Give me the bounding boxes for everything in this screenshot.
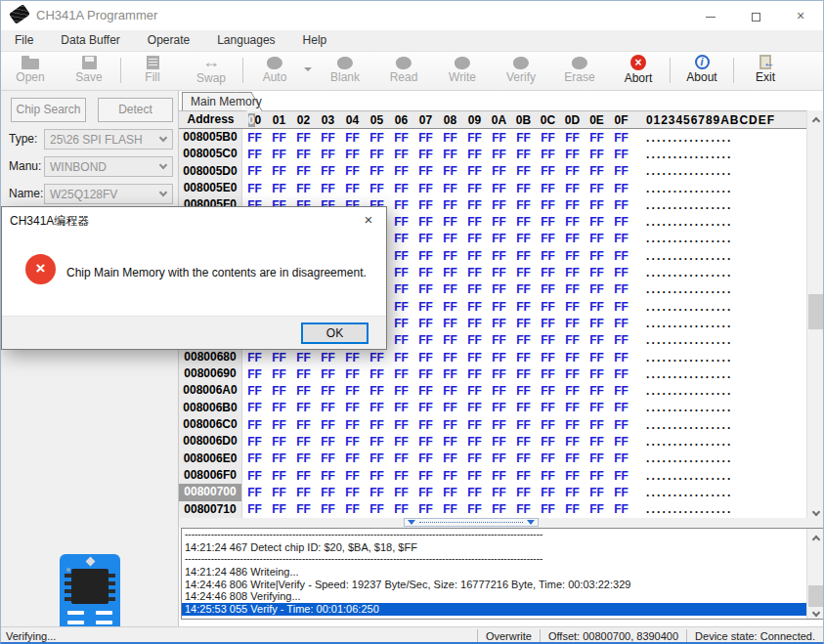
byte-cell[interactable]: FF bbox=[511, 469, 536, 483]
ok-button[interactable]: OK bbox=[301, 322, 369, 344]
byte-cell[interactable]: FF bbox=[585, 502, 609, 516]
byte-cell[interactable]: FF bbox=[511, 351, 536, 365]
byte-cell[interactable]: FF bbox=[536, 317, 560, 330]
hex-row[interactable]: 008006F0FFFFFFFFFFFFFFFFFFFFFFFFFFFFFFFF… bbox=[179, 467, 808, 484]
menu-item-data-buffer[interactable]: Data Buffer bbox=[47, 30, 133, 47]
byte-cell[interactable]: FF bbox=[413, 182, 438, 195]
menu-item-languages[interactable]: Languages bbox=[203, 30, 288, 47]
byte-cell[interactable]: FF bbox=[536, 131, 560, 145]
byte-cell[interactable]: FF bbox=[438, 317, 462, 330]
byte-cell[interactable]: FF bbox=[438, 401, 462, 414]
byte-cell[interactable]: FF bbox=[609, 249, 633, 263]
byte-cell[interactable]: FF bbox=[365, 486, 389, 499]
byte-cell[interactable]: FF bbox=[560, 215, 585, 229]
byte-cell[interactable]: FF bbox=[413, 435, 438, 449]
byte-cell[interactable]: FF bbox=[242, 451, 267, 465]
byte-cell[interactable]: FF bbox=[487, 131, 511, 145]
byte-cell[interactable]: FF bbox=[462, 300, 487, 314]
byte-cell[interactable]: FF bbox=[438, 418, 462, 432]
byte-cell[interactable]: FF bbox=[585, 367, 609, 381]
byte-cell[interactable]: FF bbox=[340, 148, 365, 161]
abort-button[interactable]: ×Abort bbox=[609, 52, 668, 89]
address-cell[interactable]: 008006E0 bbox=[179, 451, 242, 467]
byte-cell[interactable]: FF bbox=[560, 148, 585, 161]
byte-cell[interactable]: FF bbox=[609, 401, 633, 414]
byte-cell[interactable]: FF bbox=[316, 367, 340, 381]
byte-cell[interactable]: FF bbox=[609, 232, 633, 245]
byte-cell[interactable]: FF bbox=[242, 435, 267, 449]
byte-cell[interactable]: FF bbox=[585, 317, 609, 330]
fill-button[interactable]: Fill bbox=[123, 52, 182, 89]
byte-cell[interactable]: FF bbox=[560, 367, 585, 381]
byte-cell[interactable]: FF bbox=[438, 131, 462, 145]
minimize-button[interactable] bbox=[688, 1, 733, 30]
byte-cell[interactable]: FF bbox=[609, 300, 633, 314]
byte-cell[interactable]: FF bbox=[413, 502, 438, 516]
byte-cell[interactable]: FF bbox=[560, 282, 585, 296]
byte-cell[interactable]: FF bbox=[413, 451, 438, 465]
byte-cell[interactable]: FF bbox=[389, 502, 413, 516]
byte-cell[interactable]: FF bbox=[609, 282, 633, 296]
byte-cell[interactable]: FF bbox=[536, 333, 560, 347]
byte-cell[interactable]: FF bbox=[267, 486, 291, 499]
byte-cell[interactable]: FF bbox=[365, 182, 389, 195]
byte-cell[interactable]: FF bbox=[462, 215, 487, 229]
scroll-up-icon[interactable] bbox=[807, 110, 824, 127]
byte-cell[interactable]: FF bbox=[560, 317, 585, 330]
byte-cell[interactable]: FF bbox=[340, 435, 365, 449]
byte-cell[interactable]: FF bbox=[462, 486, 487, 499]
ascii-cell[interactable]: ................ bbox=[646, 333, 795, 347]
close-button[interactable]: × bbox=[778, 1, 823, 30]
byte-cell[interactable]: FF bbox=[462, 351, 487, 365]
byte-cell[interactable]: FF bbox=[316, 351, 340, 365]
byte-cell[interactable]: FF bbox=[242, 418, 267, 432]
address-cell[interactable]: 008006D0 bbox=[179, 433, 242, 450]
byte-cell[interactable]: FF bbox=[438, 215, 462, 229]
byte-cell[interactable]: FF bbox=[242, 164, 267, 178]
byte-cell[interactable]: FF bbox=[487, 351, 511, 365]
byte-cell[interactable]: FF bbox=[462, 418, 487, 432]
byte-cell[interactable]: FF bbox=[267, 148, 291, 161]
field-select-name[interactable]: W25Q128FV bbox=[44, 184, 173, 204]
byte-cell[interactable]: FF bbox=[487, 215, 511, 229]
byte-cell[interactable]: FF bbox=[585, 232, 609, 245]
hex-row[interactable]: 008006C0FFFFFFFFFFFFFFFFFFFFFFFFFFFFFFFF… bbox=[179, 416, 808, 433]
byte-cell[interactable]: FF bbox=[242, 182, 267, 195]
byte-cell[interactable]: FF bbox=[560, 131, 585, 145]
ascii-cell[interactable]: ................ bbox=[646, 435, 795, 449]
byte-cell[interactable]: FF bbox=[340, 418, 365, 432]
address-cell[interactable]: 008006C0 bbox=[179, 416, 242, 433]
byte-cell[interactable]: FF bbox=[291, 486, 316, 499]
hex-row[interactable]: 008005B0FFFFFFFFFFFFFFFFFFFFFFFFFFFFFFFF… bbox=[179, 129, 808, 146]
byte-cell[interactable]: FF bbox=[389, 266, 413, 279]
byte-cell[interactable]: FF bbox=[365, 148, 389, 161]
byte-cell[interactable]: FF bbox=[560, 451, 585, 465]
byte-cell[interactable]: FF bbox=[413, 367, 438, 381]
byte-cell[interactable]: FF bbox=[560, 418, 585, 432]
ascii-cell[interactable]: ................ bbox=[646, 367, 795, 381]
byte-cell[interactable]: FF bbox=[365, 401, 389, 414]
byte-cell[interactable]: FF bbox=[585, 333, 609, 347]
byte-cell[interactable]: FF bbox=[511, 182, 536, 195]
byte-cell[interactable]: FF bbox=[291, 451, 316, 465]
hex-vertical-scrollbar[interactable] bbox=[806, 110, 823, 518]
byte-cell[interactable]: FF bbox=[609, 367, 633, 381]
byte-cell[interactable]: FF bbox=[511, 401, 536, 414]
byte-cell[interactable]: FF bbox=[365, 451, 389, 465]
splitter-handle[interactable] bbox=[404, 518, 539, 527]
byte-cell[interactable]: FF bbox=[585, 198, 609, 212]
byte-cell[interactable]: FF bbox=[365, 469, 389, 483]
byte-cell[interactable]: FF bbox=[413, 401, 438, 414]
byte-cell[interactable]: FF bbox=[487, 266, 511, 279]
byte-cell[interactable]: FF bbox=[609, 469, 633, 483]
byte-cell[interactable]: FF bbox=[536, 451, 560, 465]
byte-cell[interactable]: FF bbox=[389, 232, 413, 245]
byte-cell[interactable]: FF bbox=[511, 198, 536, 212]
byte-cell[interactable]: FF bbox=[438, 333, 462, 347]
byte-cell[interactable]: FF bbox=[340, 469, 365, 483]
byte-cell[interactable]: FF bbox=[487, 148, 511, 161]
hex-scroll-thumb[interactable] bbox=[808, 294, 823, 329]
ascii-cell[interactable]: ................ bbox=[646, 384, 795, 398]
byte-cell[interactable]: FF bbox=[487, 401, 511, 414]
address-cell[interactable]: 008006F0 bbox=[179, 467, 242, 484]
